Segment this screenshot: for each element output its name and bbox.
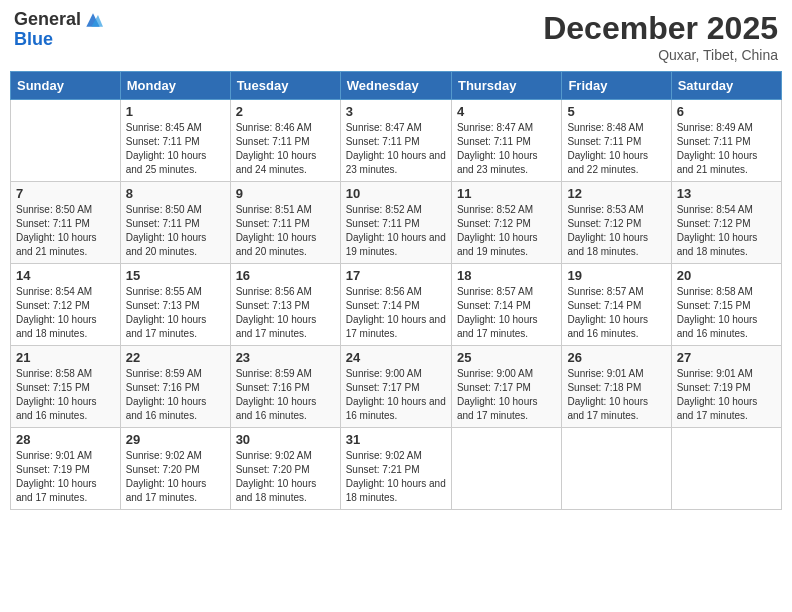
calendar-cell: 2Sunrise: 8:46 AMSunset: 7:11 PMDaylight… — [230, 100, 340, 182]
day-info-line: Sunset: 7:11 PM — [346, 135, 446, 149]
day-number: 17 — [346, 268, 446, 283]
calendar-cell: 3Sunrise: 8:47 AMSunset: 7:11 PMDaylight… — [340, 100, 451, 182]
day-info-line: Sunset: 7:20 PM — [126, 463, 225, 477]
day-info-line: Daylight: 10 hours and 21 minutes. — [677, 149, 776, 177]
day-info: Sunrise: 9:00 AMSunset: 7:17 PMDaylight:… — [457, 367, 556, 423]
day-info-line: Sunrise: 8:55 AM — [126, 285, 225, 299]
day-number: 1 — [126, 104, 225, 119]
day-info-line: Sunset: 7:18 PM — [567, 381, 665, 395]
day-info-line: Sunset: 7:11 PM — [677, 135, 776, 149]
calendar-cell: 27Sunrise: 9:01 AMSunset: 7:19 PMDayligh… — [671, 346, 781, 428]
calendar-cell: 30Sunrise: 9:02 AMSunset: 7:20 PMDayligh… — [230, 428, 340, 510]
day-info-line: Sunrise: 8:59 AM — [126, 367, 225, 381]
day-info-line: Daylight: 10 hours and 17 minutes. — [126, 313, 225, 341]
calendar-cell — [11, 100, 121, 182]
day-info-line: Sunrise: 8:52 AM — [346, 203, 446, 217]
day-info-line: Daylight: 10 hours and 21 minutes. — [16, 231, 115, 259]
day-info-line: Sunrise: 8:56 AM — [236, 285, 335, 299]
day-info-line: Sunset: 7:11 PM — [126, 135, 225, 149]
day-info: Sunrise: 8:52 AMSunset: 7:12 PMDaylight:… — [457, 203, 556, 259]
day-info: Sunrise: 8:56 AMSunset: 7:13 PMDaylight:… — [236, 285, 335, 341]
day-number: 23 — [236, 350, 335, 365]
header: General Blue December 2025 Quxar, Tibet,… — [10, 10, 782, 63]
calendar-cell: 16Sunrise: 8:56 AMSunset: 7:13 PMDayligh… — [230, 264, 340, 346]
day-number: 27 — [677, 350, 776, 365]
day-info-line: Daylight: 10 hours and 17 minutes. — [677, 395, 776, 423]
weekday-header-sunday: Sunday — [11, 72, 121, 100]
day-number: 26 — [567, 350, 665, 365]
day-info-line: Daylight: 10 hours and 16 minutes. — [567, 313, 665, 341]
day-info: Sunrise: 9:01 AMSunset: 7:19 PMDaylight:… — [16, 449, 115, 505]
day-number: 6 — [677, 104, 776, 119]
day-info-line: Sunset: 7:11 PM — [16, 217, 115, 231]
day-info: Sunrise: 8:54 AMSunset: 7:12 PMDaylight:… — [677, 203, 776, 259]
day-info: Sunrise: 8:46 AMSunset: 7:11 PMDaylight:… — [236, 121, 335, 177]
week-row-3: 14Sunrise: 8:54 AMSunset: 7:12 PMDayligh… — [11, 264, 782, 346]
day-number: 5 — [567, 104, 665, 119]
day-number: 29 — [126, 432, 225, 447]
day-info-line: Sunset: 7:16 PM — [236, 381, 335, 395]
day-info-line: Sunrise: 8:49 AM — [677, 121, 776, 135]
calendar-cell: 24Sunrise: 9:00 AMSunset: 7:17 PMDayligh… — [340, 346, 451, 428]
calendar-cell — [562, 428, 671, 510]
day-number: 4 — [457, 104, 556, 119]
logo-blue-text: Blue — [14, 30, 103, 50]
day-number: 9 — [236, 186, 335, 201]
day-info-line: Sunset: 7:12 PM — [677, 217, 776, 231]
day-number: 16 — [236, 268, 335, 283]
day-info-line: Sunrise: 8:48 AM — [567, 121, 665, 135]
day-info: Sunrise: 9:01 AMSunset: 7:19 PMDaylight:… — [677, 367, 776, 423]
logo: General Blue — [14, 10, 103, 50]
calendar-cell: 14Sunrise: 8:54 AMSunset: 7:12 PMDayligh… — [11, 264, 121, 346]
calendar-cell — [671, 428, 781, 510]
week-row-4: 21Sunrise: 8:58 AMSunset: 7:15 PMDayligh… — [11, 346, 782, 428]
day-info: Sunrise: 8:50 AMSunset: 7:11 PMDaylight:… — [126, 203, 225, 259]
day-info-line: Sunrise: 8:57 AM — [457, 285, 556, 299]
day-number: 12 — [567, 186, 665, 201]
calendar-cell: 6Sunrise: 8:49 AMSunset: 7:11 PMDaylight… — [671, 100, 781, 182]
weekday-header-row: SundayMondayTuesdayWednesdayThursdayFrid… — [11, 72, 782, 100]
calendar-cell: 13Sunrise: 8:54 AMSunset: 7:12 PMDayligh… — [671, 182, 781, 264]
weekday-header-monday: Monday — [120, 72, 230, 100]
day-info: Sunrise: 8:53 AMSunset: 7:12 PMDaylight:… — [567, 203, 665, 259]
day-info-line: Sunrise: 9:00 AM — [457, 367, 556, 381]
day-info-line: Sunrise: 8:54 AM — [16, 285, 115, 299]
day-info-line: Daylight: 10 hours and 23 minutes. — [346, 149, 446, 177]
day-info-line: Sunset: 7:19 PM — [16, 463, 115, 477]
calendar-cell: 7Sunrise: 8:50 AMSunset: 7:11 PMDaylight… — [11, 182, 121, 264]
day-info: Sunrise: 8:51 AMSunset: 7:11 PMDaylight:… — [236, 203, 335, 259]
logo-general-text: General — [14, 10, 81, 30]
day-info: Sunrise: 8:58 AMSunset: 7:15 PMDaylight:… — [16, 367, 115, 423]
day-number: 24 — [346, 350, 446, 365]
day-number: 18 — [457, 268, 556, 283]
title-area: December 2025 Quxar, Tibet, China — [543, 10, 778, 63]
calendar-cell: 17Sunrise: 8:56 AMSunset: 7:14 PMDayligh… — [340, 264, 451, 346]
day-info-line: Sunrise: 8:47 AM — [346, 121, 446, 135]
calendar-cell: 12Sunrise: 8:53 AMSunset: 7:12 PMDayligh… — [562, 182, 671, 264]
day-info-line: Daylight: 10 hours and 18 minutes. — [236, 477, 335, 505]
day-number: 3 — [346, 104, 446, 119]
day-number: 19 — [567, 268, 665, 283]
calendar-cell: 18Sunrise: 8:57 AMSunset: 7:14 PMDayligh… — [451, 264, 561, 346]
day-info-line: Sunset: 7:11 PM — [567, 135, 665, 149]
day-info: Sunrise: 8:49 AMSunset: 7:11 PMDaylight:… — [677, 121, 776, 177]
day-info-line: Daylight: 10 hours and 17 minutes. — [126, 477, 225, 505]
subtitle: Quxar, Tibet, China — [543, 47, 778, 63]
day-info-line: Sunset: 7:11 PM — [236, 217, 335, 231]
day-info: Sunrise: 8:48 AMSunset: 7:11 PMDaylight:… — [567, 121, 665, 177]
calendar-cell: 20Sunrise: 8:58 AMSunset: 7:15 PMDayligh… — [671, 264, 781, 346]
day-info-line: Daylight: 10 hours and 18 minutes. — [346, 477, 446, 505]
weekday-header-tuesday: Tuesday — [230, 72, 340, 100]
day-info-line: Sunrise: 8:46 AM — [236, 121, 335, 135]
day-info-line: Sunrise: 9:00 AM — [346, 367, 446, 381]
calendar-cell: 1Sunrise: 8:45 AMSunset: 7:11 PMDaylight… — [120, 100, 230, 182]
day-info-line: Daylight: 10 hours and 20 minutes. — [236, 231, 335, 259]
week-row-2: 7Sunrise: 8:50 AMSunset: 7:11 PMDaylight… — [11, 182, 782, 264]
day-info: Sunrise: 8:58 AMSunset: 7:15 PMDaylight:… — [677, 285, 776, 341]
day-info-line: Sunrise: 9:02 AM — [126, 449, 225, 463]
day-info-line: Sunset: 7:11 PM — [126, 217, 225, 231]
calendar-cell: 8Sunrise: 8:50 AMSunset: 7:11 PMDaylight… — [120, 182, 230, 264]
calendar-cell: 28Sunrise: 9:01 AMSunset: 7:19 PMDayligh… — [11, 428, 121, 510]
day-info-line: Daylight: 10 hours and 17 minutes. — [457, 313, 556, 341]
calendar-cell: 29Sunrise: 9:02 AMSunset: 7:20 PMDayligh… — [120, 428, 230, 510]
